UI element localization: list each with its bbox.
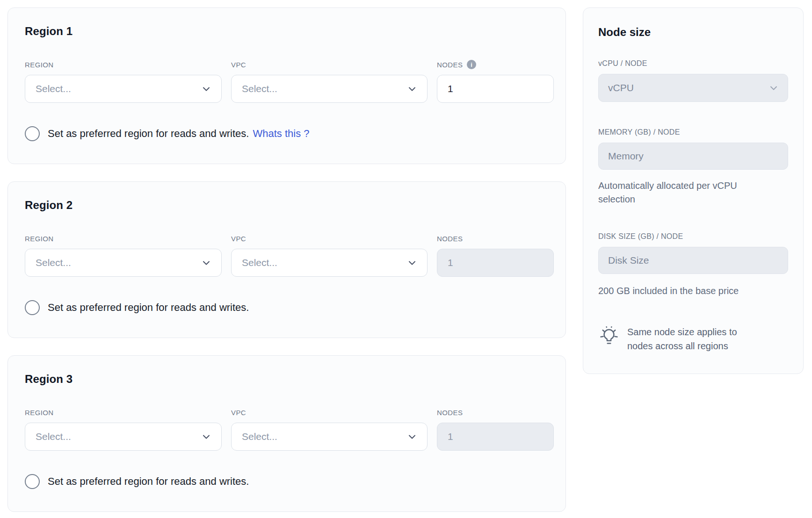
- region-2-vpc-field: VPC Select...: [231, 234, 428, 277]
- region-2-region-select[interactable]: Select...: [25, 249, 222, 277]
- region-2-nodes-field: NODES: [437, 234, 554, 277]
- region-2-preferred-row: Set as preferred region for reads and wr…: [25, 300, 552, 315]
- memory-helper-text: Automatically allocated per vCPU selecti…: [598, 179, 772, 206]
- region-2-vpc-label: VPC: [231, 234, 428, 243]
- region-1-nodes-input[interactable]: [437, 75, 554, 103]
- region-3-preferred-label: Set as preferred region for reads and wr…: [48, 475, 249, 488]
- lightbulb-icon: [598, 324, 620, 349]
- region-1-region-select[interactable]: Select...: [25, 75, 222, 103]
- region-2-nodes-input: [437, 249, 554, 277]
- region-1-vpc-label: VPC: [231, 60, 428, 69]
- memory-section: MEMORY (GB) / NODE Automatically allocat…: [598, 128, 788, 206]
- nodes-label-text: NODES: [437, 409, 463, 417]
- region-1-preferred-row: Set as preferred region for reads and wr…: [25, 126, 552, 141]
- nodes-label-text: NODES: [437, 235, 463, 243]
- node-size-tip: Same node size applies to nodes across a…: [598, 325, 788, 353]
- region-3-nodes-input: [437, 423, 554, 451]
- cluster-config-page: Region 1 REGION Select... VPC: [0, 0, 812, 518]
- region-3-card: Region 3 REGION Select... VPC: [7, 355, 566, 512]
- node-size-panel: Node size vCPU / NODE vCPU MEMORY (GB) /…: [583, 7, 804, 374]
- region-2-preferred-radio[interactable]: [25, 300, 40, 315]
- region-3-region-label: REGION: [25, 408, 222, 417]
- memory-input: [598, 143, 788, 170]
- chevron-down-icon: [406, 431, 418, 442]
- region-2-preferred-label: Set as preferred region for reads and wr…: [48, 302, 249, 314]
- vcpu-select[interactable]: vCPU: [598, 74, 788, 102]
- regions-column: Region 1 REGION Select... VPC: [7, 7, 566, 512]
- disk-helper-text: 200 GB included in the base price: [598, 284, 772, 298]
- region-select-placeholder: Select...: [36, 83, 71, 94]
- region-3-fields: REGION Select... VPC Select...: [25, 408, 552, 451]
- disk-size-label: DISK SIZE (GB) / NODE: [598, 232, 788, 241]
- region-2-region-field: REGION Select...: [25, 234, 222, 277]
- region-1-nodes-field: NODES i: [437, 60, 554, 103]
- region-3-preferred-radio[interactable]: [25, 474, 40, 489]
- region-label-text: REGION: [25, 409, 54, 417]
- region-1-fields: REGION Select... VPC Select...: [25, 60, 552, 103]
- node-size-title: Node size: [598, 26, 788, 39]
- region-2-region-label: REGION: [25, 234, 222, 243]
- region-1-preferred-radio[interactable]: [25, 126, 40, 141]
- region-3-region-select[interactable]: Select...: [25, 423, 222, 451]
- region-select-placeholder: Select...: [36, 257, 71, 268]
- vpc-select-placeholder: Select...: [242, 431, 277, 442]
- region-3-vpc-select[interactable]: Select...: [231, 423, 428, 451]
- node-size-tip-text: Same node size applies to nodes across a…: [627, 325, 754, 353]
- region-3-preferred-row: Set as preferred region for reads and wr…: [25, 474, 552, 489]
- vpc-label-text: VPC: [231, 409, 246, 417]
- region-1-nodes-label: NODES i: [437, 60, 554, 69]
- chevron-down-icon: [406, 257, 418, 268]
- vcpu-label: vCPU / NODE: [598, 59, 788, 68]
- region-1-region-label: REGION: [25, 60, 222, 69]
- region-1-vpc-field: VPC Select...: [231, 60, 428, 103]
- region-2-title: Region 2: [25, 199, 552, 212]
- vpc-label-text: VPC: [231, 61, 246, 69]
- region-2-fields: REGION Select... VPC Select...: [25, 234, 552, 277]
- vpc-select-placeholder: Select...: [242, 83, 277, 94]
- vcpu-select-placeholder: vCPU: [608, 82, 634, 94]
- region-3-vpc-label: VPC: [231, 408, 428, 417]
- region-1-card: Region 1 REGION Select... VPC: [7, 7, 566, 164]
- chevron-down-icon: [201, 257, 212, 268]
- region-3-region-field: REGION Select...: [25, 408, 222, 451]
- vpc-select-placeholder: Select...: [242, 257, 277, 268]
- chevron-down-icon: [406, 83, 418, 94]
- region-1-vpc-select[interactable]: Select...: [231, 75, 428, 103]
- region-1-preferred-label: Set as preferred region for reads and wr…: [48, 128, 249, 140]
- memory-label: MEMORY (GB) / NODE: [598, 128, 788, 137]
- disk-size-input: [598, 247, 788, 274]
- region-1-region-field: REGION Select...: [25, 60, 222, 103]
- info-icon[interactable]: i: [467, 60, 476, 69]
- region-2-vpc-select[interactable]: Select...: [231, 249, 428, 277]
- region-label-text: REGION: [25, 235, 54, 243]
- region-1-title: Region 1: [25, 25, 552, 38]
- chevron-down-icon: [768, 82, 779, 94]
- whats-this-link[interactable]: Whats this ?: [253, 128, 309, 140]
- region-select-placeholder: Select...: [36, 431, 71, 442]
- nodes-label-text: NODES: [437, 61, 463, 69]
- region-2-nodes-label: NODES: [437, 234, 554, 243]
- region-3-vpc-field: VPC Select...: [231, 408, 428, 451]
- region-2-card: Region 2 REGION Select... VPC: [7, 181, 566, 338]
- disk-section: DISK SIZE (GB) / NODE 200 GB included in…: [598, 232, 788, 298]
- region-3-title: Region 3: [25, 373, 552, 386]
- region-3-nodes-label: NODES: [437, 408, 554, 417]
- chevron-down-icon: [201, 431, 212, 442]
- region-3-nodes-field: NODES: [437, 408, 554, 451]
- region-label-text: REGION: [25, 61, 54, 69]
- chevron-down-icon: [201, 83, 212, 94]
- vpc-label-text: VPC: [231, 235, 246, 243]
